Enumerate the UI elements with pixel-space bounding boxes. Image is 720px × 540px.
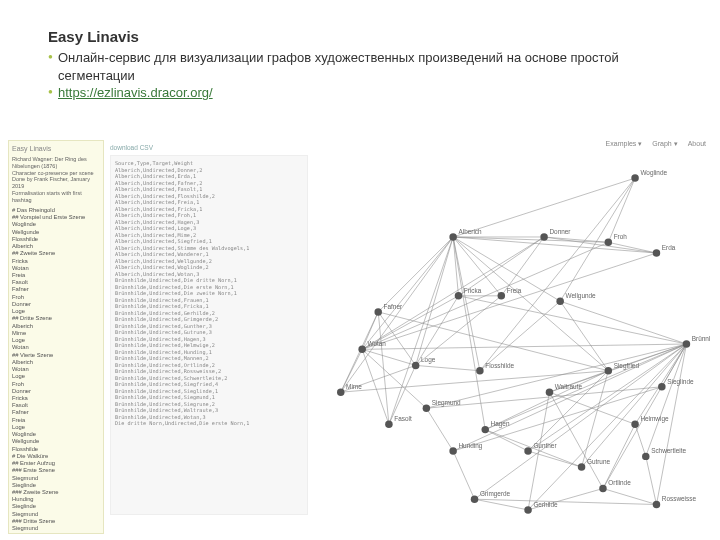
graph-node[interactable]: Freia bbox=[498, 287, 522, 300]
examples-menu[interactable]: Examples ▾ bbox=[606, 140, 643, 148]
svg-line-27 bbox=[362, 349, 389, 424]
svg-point-127 bbox=[578, 463, 585, 470]
graph-node[interactable]: Woglinde bbox=[631, 169, 667, 182]
svg-line-6 bbox=[453, 237, 458, 296]
svg-line-53 bbox=[560, 301, 686, 344]
graph-node[interactable]: Hunding bbox=[449, 442, 482, 455]
graph-menu[interactable]: Graph ▾ bbox=[652, 140, 677, 148]
svg-point-139 bbox=[471, 495, 478, 502]
svg-line-75 bbox=[453, 451, 474, 499]
svg-line-60 bbox=[426, 408, 453, 451]
svg-line-81 bbox=[608, 242, 656, 253]
svg-line-82 bbox=[416, 296, 502, 366]
svg-point-91 bbox=[653, 249, 660, 256]
graph-node[interactable]: Rossweisse bbox=[653, 495, 697, 508]
svg-line-10 bbox=[341, 237, 453, 392]
top-menu: Examples ▾ Graph ▾ About bbox=[606, 140, 706, 148]
slide-header: Easy Linavis Онлайн-сервис для визуализа… bbox=[0, 0, 720, 110]
svg-line-24 bbox=[362, 349, 416, 365]
svg-point-83 bbox=[631, 174, 638, 181]
svg-text:Siegmund: Siegmund bbox=[432, 399, 461, 407]
graph-node[interactable]: Fafner bbox=[374, 303, 402, 316]
svg-text:Siegfried: Siegfried bbox=[614, 362, 640, 370]
graph-panel: Examples ▾ Graph ▾ About WoglindeAlberic… bbox=[314, 140, 710, 534]
graph-node[interactable]: Wellgunde bbox=[556, 292, 596, 305]
play-meta: Richard Wagner: Der Ring des Nibelungen … bbox=[12, 156, 100, 204]
svg-text:Fasolt: Fasolt bbox=[394, 415, 412, 422]
svg-point-85 bbox=[449, 233, 456, 240]
slide-link-bullet: https://ezlinavis.dracor.org/ bbox=[48, 84, 672, 102]
svg-line-9 bbox=[416, 237, 453, 365]
svg-text:Wotan: Wotan bbox=[368, 340, 387, 347]
svg-text:Erda: Erda bbox=[662, 244, 676, 251]
svg-text:Woglinde: Woglinde bbox=[640, 169, 667, 177]
svg-text:Sieglinde: Sieglinde bbox=[667, 378, 694, 386]
svg-text:Gunther: Gunther bbox=[533, 442, 557, 449]
svg-text:Donner: Donner bbox=[549, 228, 571, 235]
graph-node[interactable]: Gutrune bbox=[578, 458, 611, 471]
svg-point-107 bbox=[605, 367, 612, 374]
svg-line-47 bbox=[646, 344, 687, 456]
svg-point-113 bbox=[546, 388, 553, 395]
network-graph[interactable]: WoglindeAlberichDonnerFrohErdaFrickaFrei… bbox=[314, 154, 710, 534]
graph-node[interactable]: Gunther bbox=[524, 442, 557, 455]
slide-title: Easy Linavis bbox=[48, 28, 672, 45]
graph-node[interactable]: Fasolt bbox=[385, 415, 412, 428]
csv-panel: download CSV Source,Type,Target,Weight A… bbox=[104, 140, 314, 534]
svg-point-93 bbox=[455, 292, 462, 299]
csv-output[interactable]: Source,Type,Target,Weight Alberich,Undir… bbox=[110, 155, 308, 515]
app-brand: Easy Linavis bbox=[12, 145, 100, 154]
app-screenshot: Easy Linavis Richard Wagner: Der Ring de… bbox=[8, 140, 710, 534]
svg-text:Grimgerde: Grimgerde bbox=[480, 490, 511, 498]
svg-text:Helmwige: Helmwige bbox=[640, 415, 669, 423]
svg-point-117 bbox=[337, 388, 344, 395]
svg-point-111 bbox=[658, 383, 665, 390]
svg-text:Rossweisse: Rossweisse bbox=[662, 495, 697, 502]
graph-node[interactable]: Siegfried bbox=[605, 362, 640, 375]
svg-text:Freia: Freia bbox=[507, 287, 522, 294]
segmentation-panel[interactable]: Easy Linavis Richard Wagner: Der Ring de… bbox=[8, 140, 104, 534]
svg-point-137 bbox=[524, 506, 531, 513]
graph-node[interactable]: Helmwige bbox=[631, 415, 669, 428]
svg-text:Gerhilde: Gerhilde bbox=[533, 501, 558, 508]
svg-line-7 bbox=[453, 237, 608, 242]
svg-text:Wellgunde: Wellgunde bbox=[566, 292, 597, 300]
svg-text:Froh: Froh bbox=[614, 233, 628, 240]
segmentation-text[interactable]: # Das Rheingold ## Vorspiel und Erste Sz… bbox=[12, 207, 100, 534]
svg-text:Brünnhilde: Brünnhilde bbox=[692, 335, 710, 342]
svg-point-87 bbox=[540, 233, 547, 240]
svg-point-89 bbox=[605, 239, 612, 246]
graph-node[interactable]: Siegmund bbox=[423, 399, 461, 412]
about-link[interactable]: About bbox=[688, 140, 706, 148]
svg-text:Loge: Loge bbox=[421, 356, 436, 364]
app-link[interactable]: https://ezlinavis.dracor.org/ bbox=[58, 85, 213, 100]
graph-node[interactable]: Grimgerde bbox=[471, 490, 511, 503]
graph-node[interactable]: Flosshilde bbox=[476, 362, 514, 375]
svg-text:Waltraute: Waltraute bbox=[555, 383, 583, 390]
svg-line-14 bbox=[362, 237, 453, 349]
graph-node[interactable]: Erda bbox=[653, 244, 676, 257]
svg-line-3 bbox=[389, 237, 453, 424]
graph-node[interactable]: Brünnhilde bbox=[683, 335, 710, 348]
svg-line-29 bbox=[362, 344, 686, 349]
svg-text:Hunding: Hunding bbox=[458, 442, 482, 450]
svg-text:Ortlinde: Ortlinde bbox=[608, 479, 631, 486]
graph-node[interactable]: Mime bbox=[337, 383, 362, 396]
svg-line-77 bbox=[480, 178, 635, 371]
svg-line-28 bbox=[362, 349, 426, 408]
svg-point-133 bbox=[599, 485, 606, 492]
svg-line-74 bbox=[475, 499, 657, 504]
svg-point-131 bbox=[642, 453, 649, 460]
svg-point-123 bbox=[449, 447, 456, 454]
graph-node[interactable]: Ortlinde bbox=[599, 479, 631, 492]
svg-point-125 bbox=[524, 447, 531, 454]
svg-text:Schwertleite: Schwertleite bbox=[651, 447, 686, 454]
svg-line-67 bbox=[549, 392, 603, 488]
graph-node[interactable]: Schwertleite bbox=[642, 447, 686, 460]
graph-node[interactable]: Loge bbox=[412, 356, 436, 369]
svg-point-119 bbox=[385, 421, 392, 428]
svg-text:Mime: Mime bbox=[346, 383, 362, 390]
svg-line-62 bbox=[485, 430, 528, 451]
download-csv-link[interactable]: download CSV bbox=[110, 144, 308, 151]
svg-text:Fafner: Fafner bbox=[384, 303, 403, 310]
